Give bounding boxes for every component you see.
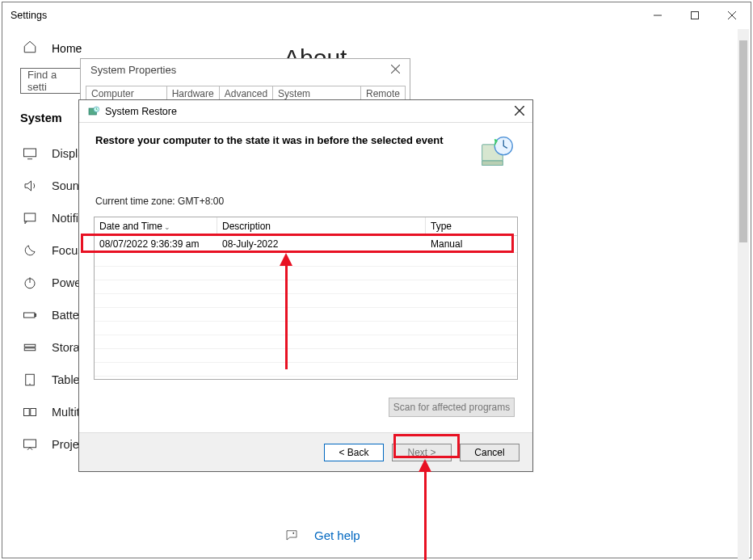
sidebar-home-label: Home	[52, 42, 82, 55]
col-header-description[interactable]: Description	[217, 217, 426, 235]
svg-rect-13	[26, 374, 35, 385]
get-help-link[interactable]: Get help	[284, 527, 730, 543]
chevron-down-icon: ⌄	[164, 223, 170, 231]
svg-rect-9	[24, 313, 36, 318]
scan-affected-button[interactable]: Scan for affected programs	[389, 398, 515, 417]
restore-illustration-icon	[479, 134, 515, 170]
svg-rect-11	[24, 344, 36, 347]
moon-icon	[23, 243, 37, 258]
svg-point-18	[292, 533, 294, 534]
speaker-icon	[23, 179, 37, 193]
col-header-type[interactable]: Type	[426, 217, 517, 235]
system-restore-titlebar: System Restore	[79, 100, 532, 123]
battery-icon	[23, 308, 37, 322]
svg-rect-16	[31, 409, 36, 416]
system-restore-heading: Restore your computer to the state it wa…	[95, 134, 444, 146]
restore-points-table: Date and Time⌄ Description Type 08/07/20…	[94, 217, 518, 380]
svg-rect-12	[24, 348, 36, 351]
cell-datetime: 08/07/2022 9:36:39 am	[95, 236, 217, 252]
timezone-label: Current time zone: GMT+8:00	[79, 175, 532, 212]
system-restore-title: System Restore	[105, 106, 177, 117]
svg-rect-17	[24, 440, 36, 448]
svg-rect-15	[24, 409, 30, 416]
projecting-icon	[23, 437, 37, 452]
restore-icon	[87, 105, 100, 118]
home-icon	[23, 40, 37, 57]
svg-rect-27	[482, 161, 503, 166]
window-controls	[639, 2, 751, 28]
svg-rect-1	[692, 12, 699, 19]
get-help-label: Get help	[314, 528, 360, 542]
col-header-datetime[interactable]: Date and Time⌄	[95, 217, 217, 235]
system-properties-titlebar: System Properties	[81, 59, 410, 81]
settings-window-title: Settings	[11, 10, 47, 21]
back-button[interactable]: < Back	[324, 444, 384, 461]
cell-type: Manual	[426, 236, 517, 252]
svg-rect-6	[24, 213, 36, 221]
settings-scrollbar[interactable]	[738, 29, 749, 560]
table-row[interactable]: 08/07/2022 9:36:39 am 08-July-2022 Manua…	[95, 236, 517, 253]
next-button[interactable]: Next >	[392, 444, 452, 461]
minimize-button[interactable]	[639, 2, 676, 28]
close-icon[interactable]	[391, 64, 400, 76]
close-icon[interactable]	[515, 104, 524, 119]
table-header: Date and Time⌄ Description Type	[95, 217, 517, 236]
system-properties-title: System Properties	[90, 64, 176, 76]
restore-dialog-footer: < Back Next > Cancel	[79, 432, 532, 471]
search-placeholder: Find a setti	[27, 69, 76, 93]
drive-icon	[23, 340, 37, 355]
tablet-icon	[23, 373, 37, 387]
cell-description: 08-July-2022	[217, 236, 426, 252]
maximize-button[interactable]	[676, 2, 713, 28]
close-button[interactable]	[713, 2, 751, 28]
search-input[interactable]: Find a setti	[20, 68, 83, 94]
chat-icon	[284, 527, 300, 543]
power-icon	[23, 276, 37, 290]
settings-titlebar: Settings	[2, 2, 751, 28]
svg-rect-10	[35, 314, 36, 317]
cancel-button[interactable]: Cancel	[460, 444, 520, 461]
multitask-icon	[23, 405, 37, 419]
monitor-icon	[23, 146, 37, 161]
system-restore-dialog: System Restore Restore your computer to …	[78, 99, 533, 472]
svg-rect-4	[24, 149, 36, 157]
message-icon	[23, 211, 37, 225]
sidebar-item-home[interactable]: Home	[2, 36, 263, 60]
